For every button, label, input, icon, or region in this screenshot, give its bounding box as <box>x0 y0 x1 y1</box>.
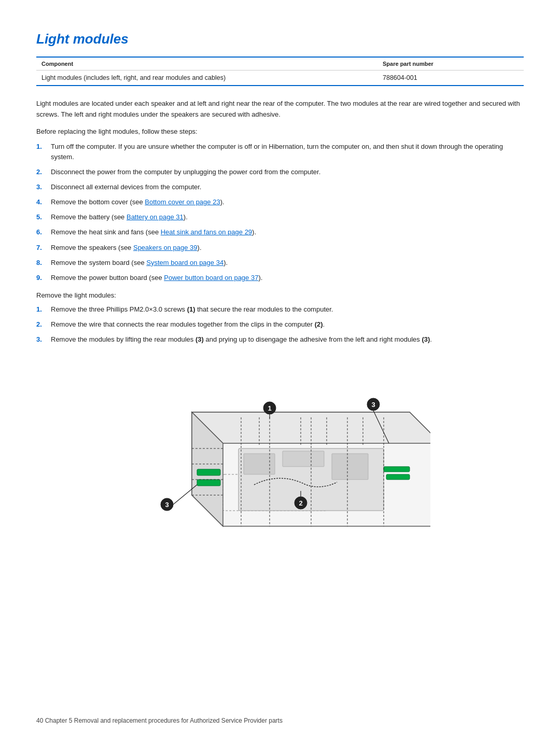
diagram-container: 1 3 2 3 <box>36 355 524 554</box>
step-number: 3. <box>36 334 51 345</box>
svg-rect-10 <box>384 467 410 472</box>
step-text: Disconnect the power from the computer b… <box>51 167 524 177</box>
step-text: Remove the heat sink and fans (see Heat … <box>51 227 524 237</box>
battery-link[interactable]: Battery on page 31 <box>127 213 184 221</box>
list-item: 5. Remove the battery (see Battery on pa… <box>36 212 524 222</box>
step-text: Remove the speakers (see Speakers on pag… <box>51 243 524 253</box>
svg-rect-9 <box>197 480 220 486</box>
step-text: Remove the three Phillips PM2.0×3.0 scre… <box>51 304 524 315</box>
spare-part-cell: 788604-001 <box>377 71 524 86</box>
table-row: Light modules (includes left, right, and… <box>36 71 524 86</box>
heat-sink-link[interactable]: Heat sink and fans on page 29 <box>161 228 252 236</box>
step-number: 8. <box>36 258 51 268</box>
parts-table: Component Spare part number Light module… <box>36 58 524 85</box>
col-spare-header: Spare part number <box>377 58 524 71</box>
intro-paragraph: Light modules are located under each spe… <box>36 99 524 120</box>
step-text: Turn off the computer. If you are unsure… <box>51 142 524 162</box>
prereq-steps-list: 1. Turn off the computer. If you are uns… <box>36 142 524 283</box>
step-text: Remove the wire that connects the rear m… <box>51 319 524 330</box>
power-button-link[interactable]: Power button board on page 37 <box>164 274 258 282</box>
step-number: 1. <box>36 304 51 315</box>
step-number: 7. <box>36 243 51 253</box>
step-number: 3. <box>36 182 51 192</box>
laptop-diagram: 1 3 2 3 <box>130 355 430 552</box>
list-item: 9. Remove the power button board (see Po… <box>36 273 524 283</box>
step-number: 1. <box>36 142 51 152</box>
step-text: Remove the modules by lifting the rear m… <box>51 334 524 345</box>
list-item: 8. Remove the system board (see System b… <box>36 258 524 268</box>
list-item: 1. Turn off the computer. If you are uns… <box>36 142 524 162</box>
step-text: Disconnect all external devices from the… <box>51 182 524 192</box>
step-number: 5. <box>36 212 51 222</box>
remove-label: Remove the light modules: <box>36 291 524 299</box>
col-component-header: Component <box>36 58 377 71</box>
svg-rect-8 <box>197 469 220 475</box>
component-cell: Light modules (includes left, right, and… <box>36 71 377 86</box>
speakers-link[interactable]: Speakers on page 39 <box>133 244 198 251</box>
svg-rect-6 <box>283 451 324 467</box>
svg-text:3: 3 <box>371 401 375 409</box>
step-text: Remove the power button board (see Power… <box>51 273 524 283</box>
list-item: 3. Disconnect all external devices from … <box>36 182 524 192</box>
step-number: 9. <box>36 273 51 283</box>
step-text: Remove the battery (see Battery on page … <box>51 212 524 222</box>
svg-marker-1 <box>192 412 430 443</box>
list-item: 3. Remove the modules by lifting the rea… <box>36 334 524 345</box>
step-text: Remove the system board (see System boar… <box>51 258 524 268</box>
list-item: 2. Disconnect the power from the compute… <box>36 167 524 177</box>
list-item: 1. Remove the three Phillips PM2.0×3.0 s… <box>36 304 524 315</box>
svg-text:3: 3 <box>165 501 169 509</box>
svg-rect-5 <box>244 454 275 474</box>
page-footer: 40 Chapter 5 Removal and replacement pro… <box>36 717 524 724</box>
before-steps-label: Before replacing the light modules, foll… <box>36 128 524 135</box>
svg-text:1: 1 <box>268 404 271 412</box>
parts-table-container: Component Spare part number Light module… <box>36 57 524 86</box>
svg-text:2: 2 <box>299 499 302 507</box>
bottom-cover-link[interactable]: Bottom cover on page 23 <box>145 198 220 206</box>
step-number: 6. <box>36 227 51 237</box>
list-item: 6. Remove the heat sink and fans (see He… <box>36 227 524 237</box>
list-item: 2. Remove the wire that connects the rea… <box>36 319 524 330</box>
svg-rect-11 <box>386 474 410 480</box>
list-item: 4. Remove the bottom cover (see Bottom c… <box>36 197 524 207</box>
step-text: Remove the bottom cover (see Bottom cove… <box>51 197 524 207</box>
step-number: 2. <box>36 319 51 330</box>
step-number: 4. <box>36 197 51 207</box>
step-number: 2. <box>36 167 51 177</box>
list-item: 7. Remove the speakers (see Speakers on … <box>36 243 524 253</box>
svg-rect-7 <box>332 454 368 480</box>
page-title: Light modules <box>36 31 524 47</box>
footer-text: 40 Chapter 5 Removal and replacement pro… <box>36 717 283 724</box>
system-board-link[interactable]: System board on page 34 <box>146 259 223 266</box>
remove-steps-list: 1. Remove the three Phillips PM2.0×3.0 s… <box>36 304 524 345</box>
